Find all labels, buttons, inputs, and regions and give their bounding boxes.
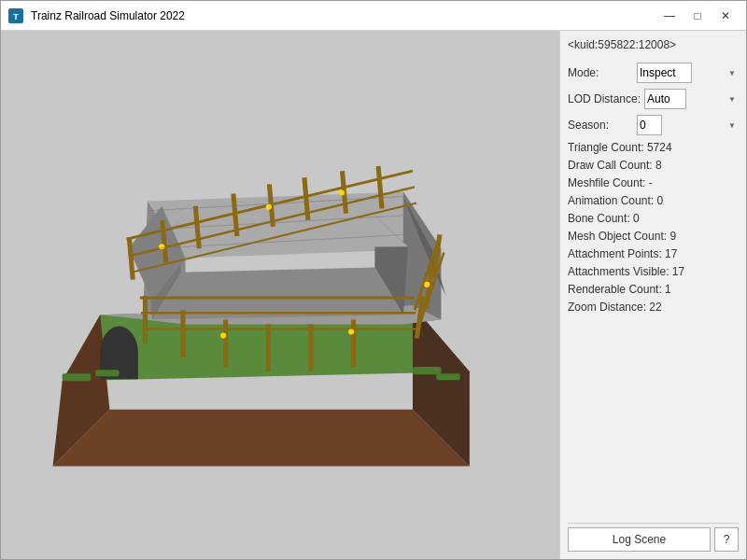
svg-text:T: T <box>13 12 19 21</box>
stat-row: Triangle Count: 5724 <box>568 141 739 154</box>
svg-point-42 <box>159 244 164 249</box>
log-scene-button[interactable]: Log Scene <box>568 527 711 552</box>
stat-row: Renderable Count: 1 <box>568 283 739 296</box>
maximize-button[interactable]: □ <box>684 6 711 26</box>
svg-rect-34 <box>180 310 185 357</box>
kuid-label: <kuid:595822:12008> <box>568 38 739 55</box>
svg-rect-54 <box>95 370 119 376</box>
svg-rect-33 <box>143 296 148 343</box>
mode-label: Mode: <box>568 66 633 79</box>
help-button[interactable]: ? <box>714 527 739 552</box>
stat-row: Meshfile Count: - <box>568 176 739 189</box>
app-icon: T <box>8 8 23 23</box>
lod-label: LOD Distance: <box>568 92 641 105</box>
close-button[interactable]: ✕ <box>712 6 739 26</box>
main-window: T Trainz Railroad Simulator 2022 — □ ✕ <box>0 0 747 560</box>
stat-row: Attachments Visible: 17 <box>568 265 739 278</box>
window-title: Trainz Railroad Simulator 2022 <box>31 9 649 22</box>
svg-rect-38 <box>351 319 356 367</box>
season-label: Season: <box>568 119 633 132</box>
stat-row: Animation Count: 0 <box>568 194 739 207</box>
mode-select[interactable]: Inspect <box>637 63 692 83</box>
svg-point-44 <box>339 189 345 195</box>
3d-viewport[interactable] <box>1 31 559 559</box>
svg-marker-3 <box>53 410 470 467</box>
mode-row: Mode: Inspect <box>568 63 739 83</box>
svg-rect-53 <box>63 373 91 381</box>
right-panel: <kuid:595822:12008> Mode: Inspect LOD Di… <box>559 31 746 559</box>
stat-row: Zoom Distance: 22 <box>568 301 739 314</box>
svg-rect-35 <box>223 319 228 367</box>
window-controls: — □ ✕ <box>656 6 739 26</box>
stat-row: Attachment Points: 17 <box>568 247 739 260</box>
bottom-bar: Log Scene ? <box>568 523 739 552</box>
svg-rect-56 <box>436 373 459 380</box>
svg-point-46 <box>220 333 226 339</box>
lod-row: LOD Distance: Auto <box>568 89 739 109</box>
lod-select-wrapper: Auto <box>644 89 739 109</box>
mode-select-wrapper: Inspect <box>637 63 739 83</box>
stats-container: Triangle Count: 5724Draw Call Count: 8Me… <box>568 141 739 318</box>
stat-row: Draw Call Count: 8 <box>568 159 739 172</box>
lod-select[interactable]: Auto <box>644 89 686 109</box>
stat-row: Mesh Object Count: 9 <box>568 230 739 243</box>
svg-rect-55 <box>413 367 441 374</box>
svg-point-47 <box>348 329 354 335</box>
spacer <box>568 318 739 519</box>
content-area: <kuid:595822:12008> Mode: Inspect LOD Di… <box>1 31 746 559</box>
svg-point-43 <box>266 204 272 210</box>
season-select-wrapper: 0 <box>637 115 739 135</box>
season-row: Season: 0 <box>568 115 739 135</box>
stat-row: Bone Count: 0 <box>568 212 739 225</box>
svg-rect-36 <box>266 324 271 371</box>
svg-point-45 <box>424 282 430 287</box>
minimize-button[interactable]: — <box>656 6 683 26</box>
title-bar: T Trainz Railroad Simulator 2022 — □ ✕ <box>1 1 746 31</box>
svg-rect-37 <box>308 324 313 371</box>
season-select[interactable]: 0 <box>637 115 662 135</box>
